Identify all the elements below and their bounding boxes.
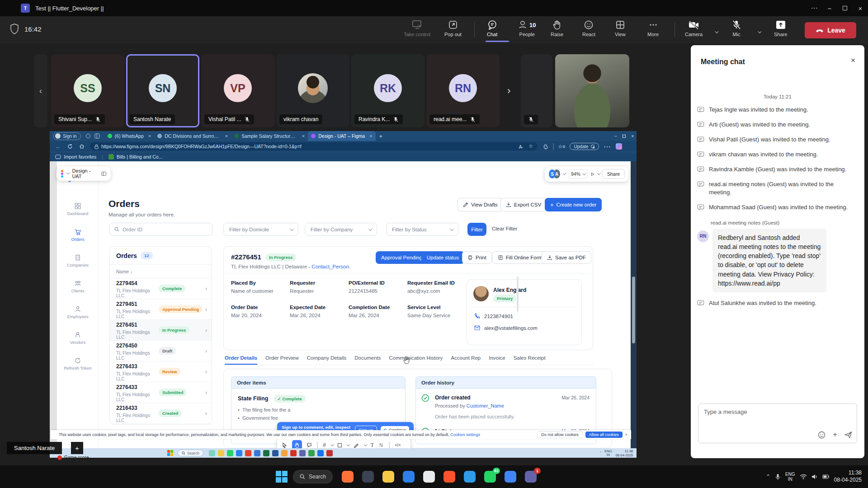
privacy-policy-link[interactable]: https://www.read.ai/pp [718,280,780,287]
order-row-chevron[interactable]: › [205,286,207,292]
print-button[interactable]: Print [462,251,492,264]
detail-tab-order-details[interactable]: Order Details [225,355,257,365]
shared-start-button[interactable] [167,450,173,456]
frame-tool-chevron[interactable] [330,442,334,446]
filter-company-select[interactable]: Filter by Company [305,223,377,236]
comment-tool-icon[interactable] [307,442,312,448]
sidebar-item-clients[interactable]: Clients [71,280,84,293]
approval-pending-button[interactable]: Approval Pending [376,251,428,264]
save-as-pdf-button[interactable]: Save as PDF [542,251,591,264]
score-widget[interactable]: Game score [57,455,89,460]
tray-mic-icon[interactable] [775,474,781,480]
shared-taskbar-app-icon[interactable] [281,450,288,456]
start-button[interactable] [276,471,288,483]
prototype-play-icon[interactable] [591,172,594,177]
actions-tool-icon[interactable] [378,442,384,448]
browser-close-button[interactable]: × [631,134,634,139]
browser-maximize-button[interactable] [623,134,626,139]
page-scrollbar[interactable] [632,277,635,343]
contact-email[interactable]: alex@vstatefilings.com [484,325,538,331]
order-row[interactable]: 2276450TL Flex Holdings LLC Draft › [110,341,212,361]
participant-tile[interactable]: SSShivani Sup... [51,54,124,127]
window-close-button[interactable]: × [853,0,868,16]
figma-menu-chevron[interactable] [66,171,70,175]
tab-actions-icon[interactable] [85,133,91,139]
back-icon[interactable]: ← [55,143,61,150]
allow-cookies-button[interactable]: Allow all cookies [585,432,623,438]
new-tab-button[interactable]: + [379,133,383,140]
chat-input-box[interactable]: Type a message + [698,404,857,443]
shared-taskbar-app-icon[interactable] [326,450,333,456]
taskbar-icon-vscode[interactable] [463,470,476,483]
tab-close-icon[interactable]: × [148,133,151,139]
view-button[interactable]: View [615,20,626,37]
tiles-prev-button[interactable]: ‹ [34,54,47,127]
browser-update-button[interactable]: Update [570,143,599,150]
taskbar-icon-chrome[interactable] [422,470,436,483]
shared-search-box[interactable]: Search [178,450,203,456]
window-more-button[interactable]: ⋯ [807,0,822,16]
favorite-star-icon[interactable]: ☆ [528,143,533,149]
participant-tile[interactable]: vikram chavan [276,54,349,127]
window-maximize-button[interactable] [837,0,853,16]
favorites-bar-icon[interactable]: ☆≡ [558,144,565,150]
figma-logo-icon[interactable] [61,170,63,178]
play-chevron[interactable] [597,172,601,175]
taskbar-icon-file-explorer[interactable] [382,470,395,483]
tab-close-icon[interactable]: × [369,133,372,139]
mic-button[interactable]: Mic [731,20,741,37]
pop-out-button[interactable]: Pop out [444,20,462,37]
window-minimize-button[interactable]: − [822,0,837,16]
participant-tile[interactable]: RKRavindra K... [351,54,425,127]
copilot-icon[interactable] [616,143,622,150]
shared-taskbar-app-icon[interactable] [236,450,242,456]
clear-filter-button[interactable]: Clear Filter [492,226,517,231]
order-row-chevron[interactable]: › [205,369,207,375]
create-new-order-button[interactable]: +Create new order [545,198,602,211]
sidebar-item-companies[interactable]: Companies [67,254,89,267]
taskbar-icon-app-dark[interactable] [361,470,375,483]
browser-tab[interactable]: Sample Salary Structure with calc× [231,131,308,141]
detail-scrollbar[interactable] [517,277,519,312]
react-button[interactable]: React [582,20,595,37]
detail-tab-order-preview[interactable]: Order Preview [265,355,299,365]
taskbar-icon-teams[interactable]: 1 [524,470,538,483]
view-drafts-button[interactable]: View Drafts [458,198,503,211]
sidebar-item-dashboard[interactable]: Dashboard [67,203,88,216]
fill-online-form-button[interactable]: Fill Online Form [492,251,548,264]
shared-taskbar-app-icon[interactable] [317,450,324,456]
shared-taskbar-app-icon[interactable] [245,450,251,456]
order-id-search-input[interactable]: Order ID [109,223,212,236]
figma-share-button[interactable]: Share [602,169,625,179]
taskbar-icon-edge[interactable] [402,470,415,483]
participant-tile-camera[interactable] [555,54,629,127]
mic-chevron[interactable] [758,27,760,35]
send-icon[interactable] [844,431,852,439]
tiles-next-button[interactable]: › [507,85,510,97]
chat-close-icon[interactable]: × [851,56,855,65]
cookie-close-icon[interactable]: × [625,432,627,437]
text-tool-icon[interactable]: T [371,442,374,449]
detail-tab-communication-history[interactable]: Communication History [389,355,443,365]
vertical-tabs-icon[interactable] [94,133,100,139]
detail-tab-account-rep[interactable]: Account Rep [451,355,481,365]
order-row[interactable]: 2276451TL Flex Holdings LLC In Progress … [110,320,212,341]
battery-icon[interactable] [822,474,830,479]
more-button[interactable]: More [647,20,659,37]
pen-tool-chevron[interactable] [363,442,367,446]
browser-tab[interactable]: DC Divisions and Surroundings× [154,131,231,141]
order-row[interactable]: 2216433TL Flex Holdings LLC Created › [110,403,212,424]
taskbar-icon-whatsapp[interactable]: 81 [483,470,497,483]
order-row-chevron[interactable]: › [205,306,207,313]
customer-name-link[interactable]: Customer_Name [467,403,504,408]
shared-language-indicator[interactable]: ENGIN [604,450,612,456]
attach-plus-icon[interactable]: + [833,430,837,439]
pen-tool-icon[interactable] [354,442,359,448]
shared-taskbar-app-icon[interactable] [209,450,215,456]
shape-tool-chevron[interactable] [346,442,350,446]
browser-profile-button[interactable]: Sign in [53,132,81,140]
layout-panel-icon[interactable] [101,171,106,176]
order-row-chevron[interactable]: › [205,348,207,354]
tray-chevron-icon[interactable]: ⌃ [766,474,770,480]
import-favorites-link[interactable]: Import favorites [64,154,96,160]
